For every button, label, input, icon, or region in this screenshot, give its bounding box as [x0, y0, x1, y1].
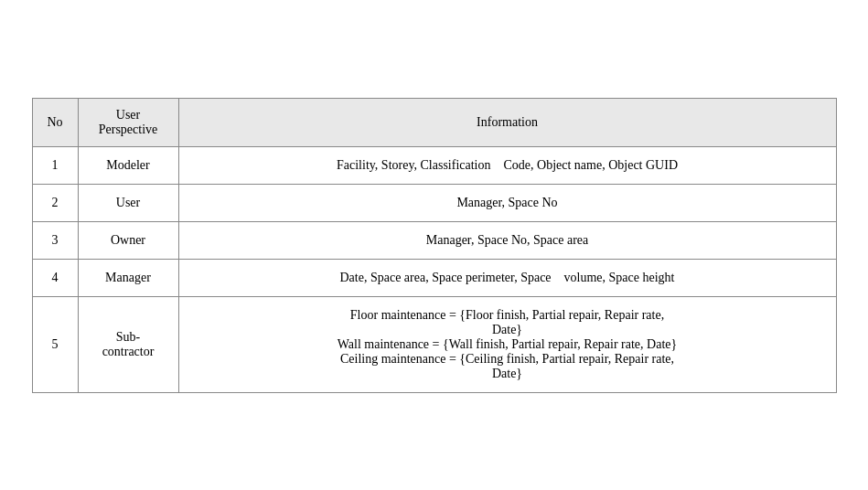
row-2-information: Manager, Space No	[178, 184, 836, 221]
table-row: 5 Sub-contractor Floor maintenance = {Fl…	[32, 296, 836, 392]
row-4-perspective: Manager	[78, 259, 178, 296]
main-table-wrapper: No UserPerspective Information 1 Modeler…	[32, 98, 837, 393]
row-5-information: Floor maintenance = {Floor finish, Parti…	[178, 296, 836, 392]
row-1-perspective: Modeler	[78, 146, 178, 184]
row-5-perspective: Sub-contractor	[78, 296, 178, 392]
data-table: No UserPerspective Information 1 Modeler…	[32, 98, 837, 393]
row-1-no: 1	[32, 146, 78, 184]
table-row: 2 User Manager, Space No	[32, 184, 836, 221]
row-5-no: 5	[32, 296, 78, 392]
header-row: No UserPerspective Information	[32, 98, 836, 146]
row-2-perspective: User	[78, 184, 178, 221]
row-3-perspective: Owner	[78, 221, 178, 259]
table-row: 3 Owner Manager, Space No, Space area	[32, 221, 836, 259]
header-no: No	[32, 98, 78, 146]
row-4-no: 4	[32, 259, 78, 296]
table-row: 1 Modeler Facility, Storey, Classificati…	[32, 146, 836, 184]
header-information: Information	[178, 98, 836, 146]
row-4-information: Date, Space area, Space perimeter, Space…	[178, 259, 836, 296]
row-3-no: 3	[32, 221, 78, 259]
row-3-information: Manager, Space No, Space area	[178, 221, 836, 259]
row-1-information: Facility, Storey, Classification Code, O…	[178, 146, 836, 184]
header-perspective: UserPerspective	[78, 98, 178, 146]
table-row: 4 Manager Date, Space area, Space perime…	[32, 259, 836, 296]
row-2-no: 2	[32, 184, 78, 221]
